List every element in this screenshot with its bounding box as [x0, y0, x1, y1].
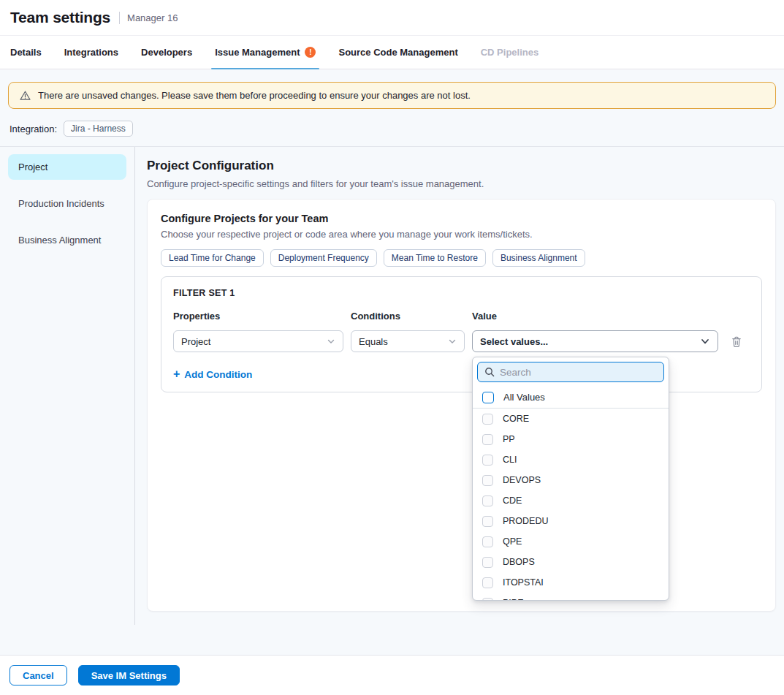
integration-chip[interactable]: Jira - Harness [64, 121, 133, 137]
option-label: CLI [503, 455, 517, 465]
unsaved-alert-badge: ! [305, 47, 316, 58]
properties-select-value: Project [181, 336, 210, 347]
card-title: Configure Projects for your Team [161, 213, 762, 224]
sidebar-item-project[interactable]: Project [8, 154, 126, 180]
column-label-value: Value [472, 311, 718, 322]
tab-issue-management[interactable]: Issue Management ! [215, 36, 316, 69]
tab-cd-pipelines: CD Pipelines [481, 36, 538, 69]
option-checkbox[interactable] [482, 455, 493, 466]
properties-select[interactable]: Project [173, 330, 343, 352]
save-im-settings-button[interactable]: Save IM Settings [78, 665, 180, 685]
plus-icon: + [173, 368, 180, 380]
option-checkbox[interactable] [482, 577, 493, 588]
option-label: ITOPSTAI [503, 577, 544, 588]
option-checkbox[interactable] [482, 557, 493, 568]
add-condition-label: Add Condition [184, 369, 252, 380]
banner-text: There are unsaved changes. Please save t… [38, 90, 471, 101]
dropdown-option[interactable]: PRODEDU [473, 511, 669, 531]
option-all-values[interactable]: All Values [473, 387, 669, 409]
tab-label: Details [10, 47, 42, 58]
chip-mean-time-to-restore: Mean Time to Restore [384, 249, 486, 267]
value-dropdown-panel: All Values CORE PP CLI DEVOPS CDE PRODED… [472, 357, 669, 601]
search-icon [484, 367, 495, 377]
delete-filter-button[interactable] [727, 332, 746, 351]
chip-lead-time-for-change: Lead Time for Change [161, 249, 264, 267]
integration-label: Integration: [9, 124, 57, 134]
option-label: CORE [503, 414, 529, 424]
search-input[interactable] [500, 367, 657, 378]
page-header: Team settings Manager 16 [0, 0, 784, 35]
settings-sidebar: Project Production Incidents Business Al… [0, 147, 135, 625]
chevron-down-icon [700, 336, 710, 346]
option-label: PIPE [503, 598, 524, 601]
dropdown-option[interactable]: CORE [473, 409, 669, 429]
dropdown-search[interactable] [477, 362, 664, 382]
filter-column-labels: Properties Conditions Value [173, 311, 750, 322]
dropdown-option[interactable]: PP [473, 429, 669, 449]
dropdown-option[interactable]: ITOPSTAI [473, 572, 669, 593]
dropdown-option[interactable]: QPE [473, 531, 669, 552]
tab-label: Source Code Management [338, 47, 457, 58]
option-label: PRODEDU [503, 516, 549, 526]
card-subtitle: Choose your respective project or code a… [161, 229, 762, 240]
option-label: DEVOPS [503, 475, 541, 485]
main-panel: Project Configuration Configure project-… [135, 147, 784, 625]
configure-projects-card: Configure Projects for your Team Choose … [147, 199, 776, 612]
tab-bar: Details Integrations Developers Issue Ma… [0, 35, 784, 69]
filter-row: Project Equals Select valu [173, 330, 750, 352]
conditions-select-value: Equals [359, 336, 388, 347]
option-checkbox[interactable] [482, 414, 493, 425]
dropdown-option[interactable]: CLI [473, 449, 669, 470]
sidebar-item-business-alignment[interactable]: Business Alignment [8, 227, 126, 253]
filter-set-title: FILTER SET 1 [173, 288, 750, 298]
dropdown-option[interactable]: DBOPS [473, 552, 669, 572]
tab-label: CD Pipelines [481, 47, 538, 58]
section-title: Project Configuration [147, 159, 776, 173]
option-checkbox[interactable] [482, 598, 493, 601]
dropdown-option[interactable]: PIPE [473, 593, 669, 601]
warning-triangle-icon [19, 90, 31, 102]
value-select-placeholder: Select values... [480, 336, 548, 347]
option-label: All Values [503, 392, 545, 403]
chevron-down-icon [448, 337, 457, 346]
cancel-button[interactable]: Cancel [9, 665, 67, 685]
option-label: PP [503, 434, 515, 444]
trash-icon [731, 335, 742, 348]
footer-bar: Cancel Save IM Settings [0, 655, 784, 695]
value-multiselect[interactable]: Select values... [472, 330, 718, 352]
tab-source-code-management[interactable]: Source Code Management [338, 36, 457, 69]
page-subtitle: Manager 16 [127, 12, 178, 23]
tab-details[interactable]: Details [10, 36, 42, 69]
conditions-select[interactable]: Equals [351, 330, 465, 352]
tab-label: Developers [141, 47, 192, 58]
title-divider [119, 12, 120, 24]
tab-integrations[interactable]: Integrations [64, 36, 118, 69]
filter-set-1: FILTER SET 1 Properties Conditions Value… [161, 276, 762, 392]
page-title: Team settings [10, 9, 110, 26]
tab-developers[interactable]: Developers [141, 36, 192, 69]
option-checkbox[interactable] [482, 536, 493, 547]
add-condition-button[interactable]: + Add Condition [173, 368, 252, 380]
section-subtitle: Configure project-specific settings and … [147, 178, 776, 189]
all-values-checkbox[interactable] [482, 392, 494, 403]
sidebar-item-production-incidents[interactable]: Production Incidents [8, 191, 126, 216]
option-checkbox[interactable] [482, 475, 493, 486]
option-label: CDE [503, 495, 522, 506]
column-label-properties: Properties [173, 311, 343, 322]
chevron-down-icon [327, 337, 335, 346]
option-label: QPE [503, 536, 522, 547]
chip-deployment-frequency: Deployment Frequency [270, 249, 377, 267]
dropdown-option[interactable]: DEVOPS [473, 470, 669, 490]
tab-label: Integrations [64, 47, 118, 58]
metric-chips: Lead Time for Change Deployment Frequenc… [161, 249, 762, 267]
option-checkbox[interactable] [482, 434, 493, 445]
chip-business-alignment: Business Alignment [492, 249, 585, 267]
tab-label: Issue Management [215, 47, 300, 58]
option-checkbox[interactable] [482, 516, 493, 527]
integration-row: Integration: Jira - Harness [9, 119, 784, 138]
unsaved-changes-banner: There are unsaved changes. Please save t… [8, 82, 776, 109]
column-label-conditions: Conditions [351, 311, 465, 322]
dropdown-option[interactable]: CDE [473, 490, 669, 511]
option-label: DBOPS [503, 557, 535, 567]
option-checkbox[interactable] [482, 495, 493, 506]
